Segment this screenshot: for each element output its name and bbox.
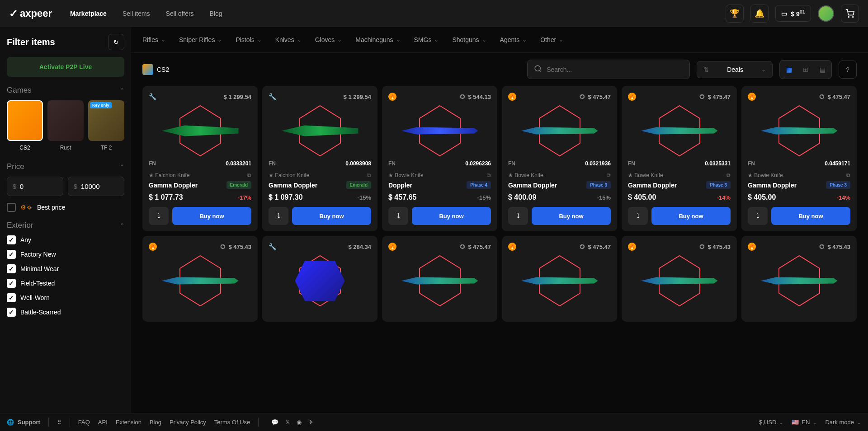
- category-item[interactable]: Machineguns⌄: [355, 36, 400, 43]
- category-item[interactable]: Sniper Rifles⌄: [179, 36, 222, 43]
- balance[interactable]: ▭ $ 901: [775, 5, 811, 22]
- nav-marketplace[interactable]: Marketplace: [70, 10, 107, 17]
- copy-icon[interactable]: ⧉: [607, 172, 611, 178]
- add-cart-button[interactable]: ⤵: [508, 207, 528, 225]
- nav-sell-items[interactable]: Sell items: [123, 10, 150, 17]
- game-cs2[interactable]: CS2: [7, 100, 43, 151]
- reset-icon[interactable]: ↻: [108, 34, 124, 50]
- exterior-title[interactable]: Exterior ⌃: [7, 221, 124, 230]
- view-grid-large[interactable]: ▦: [782, 62, 796, 77]
- exterior-checkbox[interactable]: Factory New: [7, 250, 124, 259]
- item-card[interactable]: 🔥 ✪$ 475.43: [142, 236, 258, 322]
- footer-link[interactable]: API: [98, 419, 108, 426]
- footer-link[interactable]: Extension: [116, 419, 142, 426]
- steam-price: $ 1 299.54: [224, 94, 251, 100]
- copy-icon[interactable]: ⧉: [726, 172, 731, 178]
- logo[interactable]: ✓ axpeer: [9, 7, 52, 20]
- buy-button[interactable]: Buy now: [651, 207, 731, 225]
- dollar-icon: $: [74, 183, 77, 190]
- item-card[interactable]: 🔧 $ 284.34: [262, 236, 377, 322]
- discord-icon[interactable]: 💬: [271, 419, 278, 426]
- language-select[interactable]: 🇺🇸 EN ⌄: [792, 419, 817, 426]
- footer-link[interactable]: Privacy Policy: [170, 419, 206, 426]
- add-cart-button[interactable]: ⤵: [269, 207, 288, 225]
- item-card[interactable]: 🔥 ✪$ 475.47: [382, 236, 497, 322]
- wear-label: FN: [748, 160, 755, 167]
- category-item[interactable]: Pistols⌄: [236, 36, 261, 43]
- buy-button[interactable]: Buy now: [771, 207, 850, 225]
- item-card[interactable]: 🔥 ✪$ 475.47 FN 0.0321936 ★ Bowie Knife ⧉…: [502, 86, 617, 231]
- category-item[interactable]: Gloves⌄: [315, 36, 342, 43]
- copy-icon[interactable]: ⧉: [487, 172, 491, 178]
- exterior-checkbox[interactable]: Minimal Wear: [7, 264, 124, 273]
- item-card[interactable]: 🔥 ✪$ 475.47 FN 0.0459171 ★ Bowie Knife ⧉…: [741, 86, 857, 231]
- footer-link[interactable]: Terms Of Use: [214, 419, 250, 426]
- help-icon[interactable]: ?: [839, 61, 857, 79]
- exterior-checkbox[interactable]: Battle-Scarred: [7, 308, 124, 317]
- exterior-checkbox[interactable]: Field-Tested: [7, 279, 124, 288]
- buy-button[interactable]: Buy now: [532, 207, 611, 225]
- avatar[interactable]: [818, 5, 834, 22]
- sort-select[interactable]: ⇅ Deals ⌄: [697, 61, 773, 78]
- add-cart-button[interactable]: ⤵: [748, 207, 768, 225]
- price-min-input[interactable]: $: [7, 177, 63, 196]
- exterior-checkbox[interactable]: Well-Worn: [7, 293, 124, 302]
- item-card[interactable]: 🔥 ✪$ 544.13 FN 0.0296236 ★ Bowie Knife ⧉…: [382, 86, 497, 231]
- search-input[interactable]: [547, 66, 683, 73]
- theme-select[interactable]: Dark mode ⌄: [825, 419, 861, 426]
- category-item[interactable]: Other⌄: [540, 36, 563, 43]
- exterior-checkbox[interactable]: Any: [7, 235, 124, 244]
- buy-button[interactable]: Buy now: [292, 207, 371, 225]
- category-item[interactable]: Rifles⌄: [142, 36, 165, 43]
- game-rust[interactable]: Rust: [47, 100, 84, 151]
- add-cart-button[interactable]: ⤵: [628, 207, 648, 225]
- category-item[interactable]: Shotguns⌄: [452, 36, 486, 43]
- buy-button[interactable]: Buy now: [412, 207, 491, 225]
- fire-icon: 🔥: [149, 243, 157, 251]
- category-item[interactable]: Agents⌄: [500, 36, 527, 43]
- chevron-down-icon: ⌄: [396, 37, 401, 43]
- item-card[interactable]: 🔧 $ 1 299.54 FN 0.0093908 ★ Falchion Kni…: [262, 86, 377, 231]
- instagram-icon[interactable]: ◉: [297, 419, 302, 426]
- best-price-checkbox[interactable]: ⚙⛭ Best price: [7, 203, 124, 212]
- item-card[interactable]: 🔥 ✪$ 475.47 FN 0.0325331 ★ Bowie Knife ⧉…: [622, 86, 737, 231]
- copy-icon[interactable]: ⧉: [367, 172, 371, 178]
- buy-button[interactable]: Buy now: [172, 207, 251, 225]
- item-card[interactable]: 🔥 ✪$ 475.47: [502, 236, 617, 322]
- item-name: Gamma Doppler: [628, 182, 677, 189]
- item-tag: Phase 4: [467, 181, 491, 189]
- currency-select[interactable]: $,USD ⌄: [759, 419, 783, 426]
- game-chip[interactable]: CS2: [142, 64, 169, 75]
- footer-link[interactable]: Blog: [150, 419, 161, 426]
- category-item[interactable]: Knives⌄: [275, 36, 302, 43]
- bell-icon[interactable]: 🔔: [750, 5, 769, 23]
- telegram-icon[interactable]: ✈: [308, 419, 313, 426]
- view-grid-medium[interactable]: ⊞: [798, 62, 813, 77]
- add-cart-button[interactable]: ⤵: [149, 207, 169, 225]
- trophy-icon[interactable]: 🏆: [726, 5, 744, 23]
- copy-icon[interactable]: ⧉: [247, 172, 251, 178]
- twitter-icon[interactable]: 𝕏: [285, 419, 290, 426]
- item-card[interactable]: 🔥 ✪$ 475.43: [622, 236, 737, 322]
- price-max-input[interactable]: $: [68, 177, 124, 196]
- activate-p2p-button[interactable]: Activate P2P Live: [7, 57, 124, 77]
- view-grid-small[interactable]: ▤: [815, 62, 830, 77]
- support-button[interactable]: 🌐 Support: [7, 419, 40, 426]
- games-title[interactable]: Games ⌃: [7, 86, 124, 95]
- game-tf2[interactable]: Key only TF 2: [88, 100, 124, 151]
- add-cart-button[interactable]: ⤵: [388, 207, 408, 225]
- nav-sell-offers[interactable]: Sell offers: [166, 10, 194, 17]
- verify-icon: ✪: [819, 93, 825, 100]
- apps-icon[interactable]: ⠿: [57, 419, 61, 426]
- nav-blog[interactable]: Blog: [210, 10, 222, 17]
- copy-icon[interactable]: ⧉: [846, 172, 850, 178]
- cart-icon[interactable]: [841, 5, 859, 23]
- search-box[interactable]: [527, 60, 690, 79]
- price-title[interactable]: Price ⌃: [7, 162, 124, 171]
- category-item[interactable]: SMGs⌄: [414, 36, 439, 43]
- item-card[interactable]: 🔧 $ 1 299.54 FN 0.0333201 ★ Falchion Kni…: [142, 86, 258, 231]
- chevron-down-icon: ⌄: [337, 37, 342, 43]
- float-value: 0.0333201: [226, 160, 251, 167]
- footer-link[interactable]: FAQ: [78, 419, 90, 426]
- item-card[interactable]: 🔥 ✪$ 475.43: [741, 236, 857, 322]
